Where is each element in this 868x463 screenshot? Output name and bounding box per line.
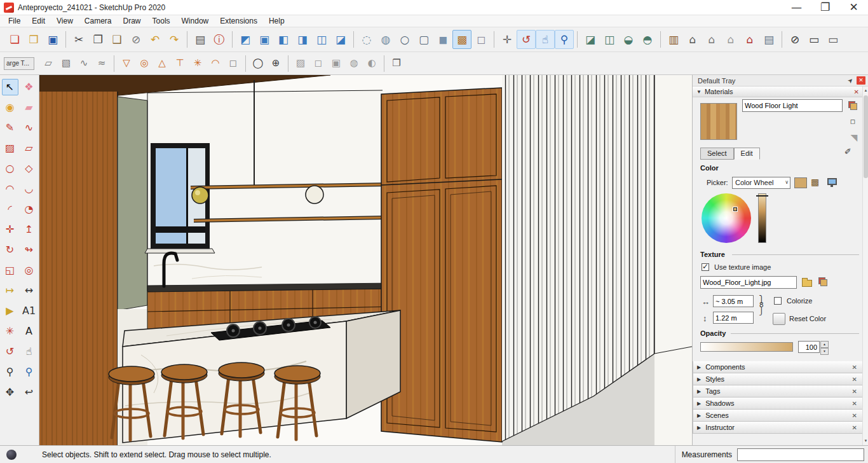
style-shaded-button[interactable]: ◼ — [433, 30, 452, 49]
share-model-button[interactable]: ⌂ — [702, 30, 721, 49]
circle-tool[interactable]: ○ — [2, 160, 18, 177]
arc-tool[interactable]: ◠ — [2, 181, 18, 197]
offset-tool[interactable]: ◎ — [21, 262, 37, 279]
panel-tags[interactable]: ▶ Tags ✕ — [693, 385, 863, 397]
colorize-checkbox[interactable]: Colorize — [774, 297, 812, 305]
menu-draw[interactable]: Draw — [118, 16, 147, 26]
stamp-tool-button[interactable]: ▱ — [39, 55, 57, 73]
panel-scenes[interactable]: ▶ Scenes ✕ — [693, 410, 863, 422]
left-wall-panel[interactable] — [39, 92, 118, 445]
scale-tool[interactable]: ◱ — [2, 262, 18, 279]
color-wheel[interactable] — [702, 193, 751, 243]
brightness-slider[interactable] — [758, 193, 766, 243]
panel-close-icon[interactable]: ✕ — [852, 376, 857, 383]
menu-help[interactable]: Help — [263, 16, 290, 26]
scroll-thumb[interactable] — [864, 95, 868, 178]
section-plane-button[interactable]: ◪ — [581, 30, 600, 49]
secondary-pane-button[interactable]: ▫ — [846, 114, 859, 127]
sample-swatch-corner[interactable]: ◥ — [848, 131, 860, 144]
edit-texture-icon[interactable] — [818, 277, 827, 286]
asterisk-button[interactable]: ✳ — [189, 55, 207, 73]
tape-measure-tool[interactable]: ↦ — [2, 282, 18, 299]
previous-view-tool[interactable]: ↩ — [21, 384, 37, 401]
current-color-swatch[interactable] — [794, 177, 807, 188]
torus-button[interactable]: ◎ — [135, 55, 153, 73]
dome-button[interactable]: ◠ — [207, 55, 224, 73]
status-globe-icon[interactable] — [6, 450, 17, 460]
move-tool[interactable]: ✛ — [2, 221, 18, 238]
texture-file-input[interactable] — [700, 276, 797, 289]
panel-components[interactable]: ▶ Components ✕ — [693, 361, 863, 373]
style-monochrome-button[interactable]: ◻ — [471, 30, 491, 49]
model-info-button[interactable]: ⓘ — [210, 30, 229, 49]
pan-button[interactable]: ☝ — [536, 30, 555, 49]
display-section-planes-button[interactable]: ◫ — [600, 30, 619, 49]
menu-camera[interactable]: Camera — [79, 16, 118, 26]
panel-close-icon[interactable]: ✕ — [852, 364, 857, 371]
pie-tool[interactable]: ◔ — [21, 201, 37, 218]
display-section-cuts-button[interactable]: ◒ — [619, 30, 638, 49]
zoom-tool[interactable]: ⚲ — [2, 364, 18, 380]
material-name-input[interactable] — [742, 99, 843, 112]
solid-union-button[interactable]: ▣ — [327, 55, 345, 73]
style-xray-button[interactable]: ◌ — [357, 30, 376, 49]
model-viewport[interactable] — [39, 75, 692, 445]
extension-tool-1-button[interactable]: ⊘ — [785, 30, 804, 49]
select-tool[interactable]: ↖ — [2, 79, 18, 95]
share-component-button[interactable]: ⌂ — [721, 30, 740, 49]
tray-title-bar[interactable]: Default Tray ➤ ✕ — [693, 75, 868, 86]
rotate-tool[interactable]: ↻ — [2, 242, 18, 258]
pan-tool[interactable]: ☝ — [21, 343, 37, 360]
use-texture-checkbox[interactable]: Use texture image — [702, 263, 771, 271]
solid-subtract-button[interactable]: ◍ — [345, 55, 363, 73]
box-tool-button[interactable]: ▧ — [57, 55, 75, 73]
panel-close-icon[interactable]: ✕ — [852, 424, 857, 431]
minimize-button[interactable]: — — [782, 0, 811, 15]
polygon-tool[interactable]: ◇ — [21, 160, 37, 177]
large-tool-set-caption[interactable]: arge T... — [4, 57, 34, 70]
panel-instructor[interactable]: ▶ Instructor ✕ — [693, 422, 863, 434]
menu-extensions[interactable]: Extensions — [214, 16, 263, 26]
follow-me-tool[interactable]: ↬ — [21, 242, 37, 258]
3d-warehouse-button[interactable]: ▥ — [664, 30, 683, 49]
style-shaded-textures-button[interactable]: ▩ — [452, 30, 471, 49]
copy-button[interactable]: ❐ — [88, 30, 107, 49]
line-tool[interactable]: ✎ — [2, 120, 18, 136]
open-button[interactable]: ❒ — [24, 30, 43, 49]
rotated-rectangle-tool[interactable]: ▱ — [21, 140, 37, 156]
3d-text-tool[interactable]: A — [21, 323, 37, 340]
maximize-button[interactable]: ❐ — [811, 0, 839, 15]
panel-close-icon[interactable]: ✕ — [852, 412, 857, 419]
protractor-tool[interactable]: ▶ — [2, 303, 18, 319]
smoove-button[interactable]: ≈ — [93, 55, 111, 73]
tray-scrollbar[interactable]: ▲ ▼ — [862, 86, 868, 445]
zoom-button[interactable]: ⚲ — [555, 30, 574, 49]
extension-tool-2-button[interactable]: ▭ — [804, 30, 824, 49]
tray-close-icon[interactable]: ✕ — [857, 76, 865, 85]
opacity-slider[interactable] — [700, 342, 793, 352]
measurements-input[interactable] — [737, 448, 864, 461]
dimension-tool[interactable]: ↔ — [21, 282, 37, 299]
aspect-lock-icon[interactable]: ⎫8⎭ — [759, 296, 764, 314]
text-tool[interactable]: A1 — [21, 303, 37, 319]
position-camera-button[interactable]: ✛ — [498, 30, 517, 49]
copy-array-button[interactable]: ❐ — [388, 55, 405, 73]
spin-down-icon[interactable]: ▼ — [820, 348, 829, 355]
paste-button[interactable]: ❑ — [107, 30, 126, 49]
three-point-arc-tool[interactable]: ◜ — [2, 201, 18, 218]
opacity-input[interactable] — [798, 341, 820, 353]
freehand-tool[interactable]: ∿ — [21, 120, 37, 136]
style-back-edges-button[interactable]: ◍ — [376, 30, 395, 49]
menu-tools[interactable]: Tools — [147, 16, 176, 26]
paint-bucket-tool[interactable]: ◉ — [2, 99, 18, 116]
style-hidden-line-button[interactable]: ▢ — [414, 30, 433, 49]
spin-up-icon[interactable]: ▲ — [820, 341, 829, 348]
make-component-tool[interactable]: ❖ — [21, 79, 37, 95]
panel-close-icon[interactable]: ✕ — [852, 400, 857, 407]
menu-file[interactable]: File — [3, 16, 26, 26]
brightness-slider-thumb[interactable] — [756, 195, 768, 197]
close-button[interactable]: ✕ — [839, 0, 868, 15]
scroll-up-icon[interactable]: ▲ — [863, 86, 868, 95]
match-screen-color-icon[interactable] — [827, 178, 837, 185]
axes-tool[interactable]: ✳ — [2, 323, 18, 340]
